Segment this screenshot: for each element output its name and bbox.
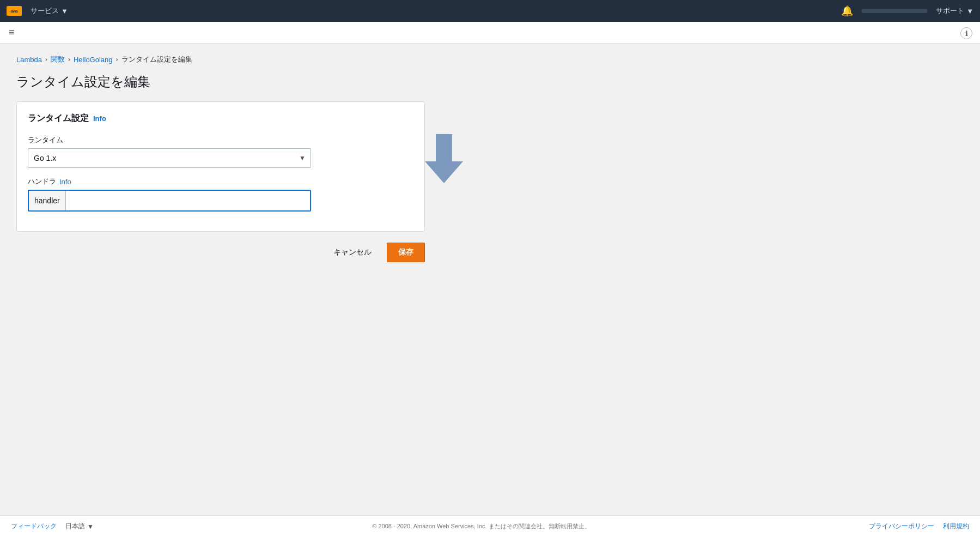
aws-logo-icon: aws <box>7 6 22 16</box>
breadcrumb-sep-3: › <box>116 56 118 63</box>
aws-logo[interactable]: aws <box>7 6 22 16</box>
handler-label-row: ハンドラ Info <box>28 177 413 186</box>
breadcrumb-hellogolang[interactable]: HelloGolang <box>74 56 113 64</box>
runtime-settings-card: ランタイム設定 Info ランタイム Go 1.x Node.js 14.x P… <box>16 101 425 232</box>
language-label: 日本語 <box>65 522 85 531</box>
cancel-button[interactable]: キャンセル <box>325 243 380 262</box>
breadcrumb-current: ランタイム設定を編集 <box>121 55 192 64</box>
runtime-settings-info-link[interactable]: Info <box>93 114 106 123</box>
help-info-button[interactable]: ℹ <box>960 27 972 39</box>
handler-input-wrapper: handler <box>28 190 311 212</box>
footer-right: プライバシーポリシー 利用規約 <box>869 522 969 531</box>
page-title: ランタイム設定を編集 <box>16 73 964 90</box>
runtime-select[interactable]: Go 1.x Node.js 14.x Python 3.8 Java 11 <box>28 148 311 168</box>
services-chevron: ▼ <box>61 7 68 15</box>
user-menu[interactable] <box>862 9 927 13</box>
content-wrapper: ランタイム設定 Info ランタイム Go 1.x Node.js 14.x P… <box>16 101 964 262</box>
breadcrumb-functions[interactable]: 関数 <box>51 55 65 64</box>
handler-prefix: handler <box>29 191 66 210</box>
handler-info-link[interactable]: Info <box>59 178 71 186</box>
breadcrumb-sep-1: › <box>45 56 47 63</box>
feedback-link[interactable]: フィードバック <box>11 522 57 531</box>
card-title-row: ランタイム設定 Info <box>28 113 413 124</box>
privacy-policy-link[interactable]: プライバシーポリシー <box>869 522 934 531</box>
annotation-arrow <box>425 134 463 185</box>
support-chevron: ▼ <box>966 7 973 15</box>
language-selector[interactable]: 日本語 ▼ <box>65 522 94 531</box>
support-label: サポート <box>936 6 964 16</box>
language-chevron: ▼ <box>87 523 94 530</box>
card-title-text: ランタイム設定 <box>28 113 89 124</box>
breadcrumb-sep-2: › <box>68 56 70 63</box>
footer: フィードバック 日本語 ▼ © 2008 - 2020, Amazon Web … <box>0 515 980 537</box>
top-navigation: aws サービス ▼ 🔔 サポート ▼ <box>0 0 980 22</box>
breadcrumb: Lambda › 関数 › HelloGolang › ランタイム設定を編集 <box>16 55 964 64</box>
services-menu[interactable]: サービス ▼ <box>31 6 70 16</box>
terms-link[interactable]: 利用規約 <box>943 522 969 531</box>
handler-field-group: ハンドラ Info handler <box>28 177 413 212</box>
handler-input[interactable] <box>66 191 310 210</box>
save-button[interactable]: 保存 <box>387 243 425 262</box>
handler-label-text: ハンドラ <box>28 177 56 186</box>
nav-right: 🔔 サポート ▼ <box>841 5 973 17</box>
breadcrumb-lambda[interactable]: Lambda <box>16 56 42 64</box>
runtime-select-wrapper: Go 1.x Node.js 14.x Python 3.8 Java 11 ▼ <box>28 148 311 168</box>
down-arrow-svg <box>425 134 463 183</box>
footer-left: フィードバック 日本語 ▼ <box>11 522 94 531</box>
runtime-label: ランタイム <box>28 135 413 145</box>
notifications-bell[interactable]: 🔔 <box>841 5 853 17</box>
action-buttons-row: キャンセル 保存 <box>16 243 425 262</box>
sub-navigation: ≡ <box>0 22 980 44</box>
hamburger-menu[interactable]: ≡ <box>9 27 15 38</box>
footer-copyright: © 2008 - 2020, Amazon Web Services, Inc.… <box>94 522 869 530</box>
runtime-field-group: ランタイム Go 1.x Node.js 14.x Python 3.8 Jav… <box>28 135 413 168</box>
support-menu[interactable]: サポート ▼ <box>936 6 973 16</box>
services-label: サービス <box>31 6 59 16</box>
svg-marker-0 <box>425 134 463 183</box>
main-content: Lambda › 関数 › HelloGolang › ランタイム設定を編集 ラ… <box>0 44 980 515</box>
